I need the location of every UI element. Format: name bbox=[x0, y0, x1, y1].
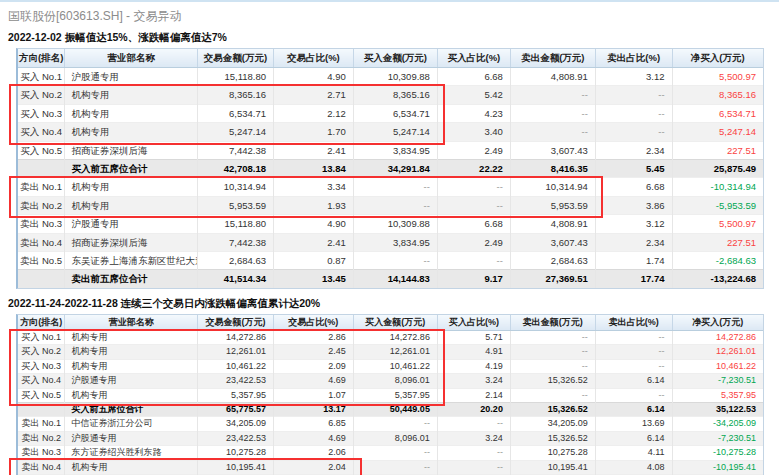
direction-cell: 买入 No.5 bbox=[18, 141, 65, 159]
table-row: 买入 No.3机构专用6,534.712.126,534.714.23----6… bbox=[18, 104, 763, 122]
value-cell: 9.17 bbox=[437, 270, 510, 288]
net-buy-cell: 227.51 bbox=[672, 233, 763, 251]
column-header: 交易金额(万元) bbox=[198, 49, 274, 68]
direction-cell: 卖出 No.1 bbox=[18, 178, 65, 196]
value-cell: 3,834.95 bbox=[353, 141, 437, 159]
table-row: 卖出 No.2机构专用5,953.591.93----5,953.593.86-… bbox=[18, 196, 763, 214]
table-row: 卖出 No.1机构专用10,314.943.34----10,314.946.6… bbox=[18, 178, 763, 196]
value-cell: -- bbox=[595, 104, 672, 122]
value-cell: 2.41 bbox=[274, 233, 354, 251]
net-buy-cell: 6,534.71 bbox=[672, 104, 763, 122]
column-header: 营业部名称 bbox=[65, 315, 198, 331]
direction-cell: 买入 No.4 bbox=[18, 123, 65, 141]
table-row: 买入 No.5机构专用5,357.951.075,357.952.14----5… bbox=[18, 388, 763, 402]
table-row: 买入 No.4沪股通专用23,422.534.698,096.013.2415,… bbox=[18, 374, 763, 388]
value-cell: -- bbox=[353, 252, 437, 270]
total-row: 买入前五席位合计65,775.5713.1750,449.0520.2015,3… bbox=[18, 402, 763, 416]
value-cell: 42,708.18 bbox=[198, 160, 274, 178]
broker-name-cell: 买入前五席位合计 bbox=[65, 160, 198, 178]
broker-name-cell: 中信证券浙江分公司 bbox=[65, 417, 198, 431]
table-row: 卖出 No.4机构专用10,195.412.04----10,195.414.0… bbox=[18, 460, 763, 474]
value-cell: 13.45 bbox=[274, 270, 354, 288]
column-header: 买入占比(%) bbox=[437, 315, 510, 331]
value-cell: 5.45 bbox=[595, 160, 672, 178]
value-cell: 7,442.38 bbox=[198, 233, 274, 251]
value-cell: 2.49 bbox=[437, 141, 510, 159]
broker-name-cell: 东方证券绍兴胜利东路 bbox=[65, 446, 198, 460]
value-cell: 41,514.34 bbox=[198, 270, 274, 288]
direction-cell: 卖出 No.3 bbox=[18, 215, 65, 233]
broker-name-cell: 机构专用 bbox=[65, 388, 198, 402]
value-cell: 4,808.91 bbox=[510, 68, 595, 86]
net-buy-cell: 35,122.53 bbox=[672, 402, 763, 416]
value-cell: -- bbox=[437, 446, 510, 460]
value-cell: 2.45 bbox=[274, 345, 354, 359]
broker-name-cell: 卖出前五席位合计 bbox=[65, 270, 198, 288]
net-buy-cell: 5,247.14 bbox=[672, 123, 763, 141]
column-header: 方向(排名) bbox=[18, 49, 65, 68]
value-cell: 23,422.53 bbox=[198, 374, 274, 388]
net-buy-cell: 14,272.86 bbox=[672, 330, 763, 344]
broker-name-cell: 沪股通专用 bbox=[65, 431, 198, 445]
broker-name-cell: 招商证券深圳后海 bbox=[65, 141, 198, 159]
value-cell: 5.42 bbox=[437, 86, 510, 104]
value-cell: 34,291.84 bbox=[353, 160, 437, 178]
value-cell: -- bbox=[437, 417, 510, 431]
value-cell: 13.69 bbox=[595, 417, 672, 431]
value-cell: 8,096.01 bbox=[353, 374, 437, 388]
broker-name-cell: 沪股通专用 bbox=[65, 215, 198, 233]
value-cell: 6.68 bbox=[437, 68, 510, 86]
value-cell: 3.34 bbox=[274, 178, 354, 196]
column-header: 卖出占比(%) bbox=[595, 49, 672, 68]
broker-name-cell: 机构专用 bbox=[65, 359, 198, 373]
net-buy-cell: 8,365.16 bbox=[672, 86, 763, 104]
value-cell: 15,118.80 bbox=[198, 68, 274, 86]
value-cell: 15,118.80 bbox=[198, 215, 274, 233]
net-buy-cell: 25,875.49 bbox=[672, 160, 763, 178]
direction-cell: 买入 No.1 bbox=[18, 68, 65, 86]
table-row: 买入 No.5招商证券深圳后海7,442.382.413,834.952.493… bbox=[18, 141, 763, 159]
column-header: 买入金额(万元) bbox=[353, 315, 437, 331]
value-cell: -- bbox=[353, 178, 437, 196]
column-header: 方向(排名) bbox=[18, 315, 65, 331]
value-cell: -- bbox=[595, 123, 672, 141]
direction-cell: 卖出 No.1 bbox=[18, 417, 65, 431]
net-buy-cell: -10,314.94 bbox=[672, 178, 763, 196]
value-cell: 4.69 bbox=[274, 431, 354, 445]
value-cell: 2.41 bbox=[274, 141, 354, 159]
direction-cell: 买入 No.5 bbox=[18, 388, 65, 402]
value-cell: -- bbox=[510, 345, 595, 359]
broker-name-cell: 招商证券深圳后海 bbox=[65, 233, 198, 251]
value-cell: 15,326.52 bbox=[510, 402, 595, 416]
value-cell: 10,309.88 bbox=[353, 68, 437, 86]
broker-name-cell: 机构专用 bbox=[65, 104, 198, 122]
value-cell: 3.86 bbox=[595, 196, 672, 214]
broker-name-cell: 机构专用 bbox=[65, 330, 198, 344]
column-header: 交易占比(%) bbox=[274, 49, 354, 68]
direction-cell: 卖出 No.4 bbox=[18, 233, 65, 251]
direction-cell: 卖出 No.2 bbox=[18, 196, 65, 214]
net-buy-cell: -10,275.28 bbox=[672, 446, 763, 460]
value-cell: 2.34 bbox=[595, 233, 672, 251]
value-cell: 4.08 bbox=[595, 460, 672, 474]
direction-cell: 卖出 No.4 bbox=[18, 460, 65, 474]
value-cell: 22.22 bbox=[437, 160, 510, 178]
table-row: 买入 No.1机构专用14,272.862.8614,272.865.71---… bbox=[18, 330, 763, 344]
trading-table-2-wrapper: 方向(排名)营业部名称交易金额(万元)交易占比(%)买入金额(万元)买入占比(%… bbox=[16, 314, 764, 475]
value-cell: 14,272.86 bbox=[353, 330, 437, 344]
value-cell: 2.14 bbox=[437, 388, 510, 402]
broker-name-cell: 机构专用 bbox=[65, 196, 198, 214]
value-cell: 1.07 bbox=[274, 388, 354, 402]
value-cell: 10,309.88 bbox=[353, 215, 437, 233]
value-cell: 3,607.43 bbox=[510, 233, 595, 251]
value-cell: -- bbox=[353, 196, 437, 214]
value-cell: 2.09 bbox=[274, 359, 354, 373]
column-header: 交易占比(%) bbox=[274, 315, 354, 331]
table-row: 卖出 No.2沪股通专用23,422.534.698,096.013.2415,… bbox=[18, 431, 763, 445]
value-cell: -- bbox=[510, 86, 595, 104]
net-buy-cell: 5,357.95 bbox=[672, 388, 763, 402]
value-cell: 4.11 bbox=[595, 446, 672, 460]
broker-name-cell: 机构专用 bbox=[65, 86, 198, 104]
panel-top-border bbox=[0, 0, 779, 2]
value-cell: 4,808.91 bbox=[510, 215, 595, 233]
